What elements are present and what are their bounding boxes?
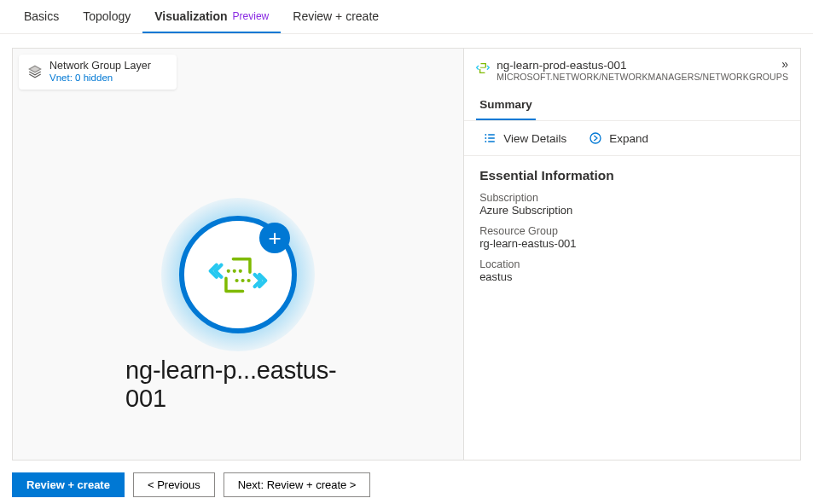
previous-button[interactable]: < Previous bbox=[133, 472, 215, 497]
summary-actions: View Details Expand bbox=[464, 121, 800, 156]
essential-information: Essential Information Subscription Azure… bbox=[464, 156, 800, 304]
node-label: ng-learn-p...eastus-001 bbox=[125, 356, 351, 413]
network-group-icon bbox=[208, 249, 268, 300]
svg-point-8 bbox=[484, 67, 485, 69]
layer-chip[interactable]: Network Group Layer Vnet: 0 hidden bbox=[19, 55, 177, 90]
essential-heading: Essential Information bbox=[479, 168, 785, 183]
node-circle: + bbox=[179, 216, 297, 333]
next-button[interactable]: Next: Review + create > bbox=[224, 472, 371, 497]
preview-badge: Preview bbox=[233, 10, 270, 22]
content-area: Network Group Layer Vnet: 0 hidden bbox=[0, 34, 813, 461]
resource-group-value: rg-learn-eastus-001 bbox=[479, 237, 785, 250]
expand-pane-icon[interactable]: » bbox=[781, 57, 788, 71]
svg-point-6 bbox=[480, 67, 482, 69]
layers-icon bbox=[27, 64, 43, 79]
svg-point-1 bbox=[233, 269, 236, 273]
subscription-value: Azure Subscription bbox=[479, 204, 785, 217]
wizard-footer: Review + create < Previous Next: Review … bbox=[12, 472, 370, 497]
summary-section-header: Summary bbox=[464, 90, 800, 121]
expand-icon bbox=[589, 131, 602, 145]
add-node-button[interactable]: + bbox=[259, 223, 290, 253]
svg-point-7 bbox=[482, 67, 484, 69]
tab-basics[interactable]: Basics bbox=[12, 1, 71, 33]
expand-button[interactable]: Expand bbox=[589, 131, 648, 145]
location-value: eastus bbox=[479, 270, 785, 283]
summary-tab[interactable]: Summary bbox=[476, 90, 536, 120]
network-group-node[interactable]: + ng-learn-p...eastus-001 bbox=[125, 198, 351, 413]
details-header: ng-learn-prod-eastus-001 MICROSOFT.NETWO… bbox=[464, 49, 800, 90]
svg-point-5 bbox=[247, 279, 251, 282]
svg-point-0 bbox=[227, 269, 230, 273]
layer-text: Network Group Layer Vnet: 0 hidden bbox=[49, 60, 151, 84]
kv-resource-group: Resource Group rg-learn-eastus-001 bbox=[479, 225, 785, 250]
node-glow: + bbox=[161, 198, 315, 351]
review-create-button[interactable]: Review + create bbox=[12, 472, 125, 497]
tab-review-create[interactable]: Review + create bbox=[281, 1, 391, 33]
svg-point-9 bbox=[485, 134, 487, 136]
tab-topology[interactable]: Topology bbox=[71, 1, 142, 33]
location-label: Location bbox=[479, 258, 785, 270]
svg-point-4 bbox=[241, 279, 245, 282]
resource-group-label: Resource Group bbox=[479, 225, 785, 237]
svg-point-15 bbox=[590, 133, 601, 143]
layer-title: Network Group Layer bbox=[49, 60, 151, 72]
kv-subscription: Subscription Azure Subscription bbox=[479, 192, 785, 217]
view-details-label: View Details bbox=[503, 132, 566, 145]
kv-location: Location eastus bbox=[479, 258, 785, 283]
details-pane: ng-learn-prod-eastus-001 MICROSOFT.NETWO… bbox=[464, 48, 801, 461]
wizard-tabs: Basics Topology Visualization Preview Re… bbox=[0, 0, 813, 34]
svg-point-11 bbox=[485, 137, 487, 139]
tab-visualization-label: Visualization bbox=[154, 9, 227, 23]
layer-vnet-hidden-link[interactable]: Vnet: 0 hidden bbox=[49, 72, 151, 84]
visualization-canvas[interactable]: Network Group Layer Vnet: 0 hidden bbox=[12, 48, 464, 461]
view-details-icon bbox=[483, 131, 497, 145]
svg-point-2 bbox=[239, 269, 242, 273]
network-group-resource-icon bbox=[476, 61, 490, 75]
subscription-label: Subscription bbox=[479, 192, 785, 204]
expand-label: Expand bbox=[609, 132, 648, 145]
tab-visualization[interactable]: Visualization Preview bbox=[142, 1, 281, 33]
svg-point-13 bbox=[485, 141, 487, 142]
details-title-wrap: ng-learn-prod-eastus-001 MICROSOFT.NETWO… bbox=[497, 59, 788, 82]
svg-point-3 bbox=[235, 279, 239, 282]
view-details-button[interactable]: View Details bbox=[483, 131, 566, 145]
resource-type: MICROSOFT.NETWORK/NETWORKMANAGERS/NETWOR… bbox=[497, 72, 788, 82]
resource-title: ng-learn-prod-eastus-001 bbox=[497, 59, 788, 72]
